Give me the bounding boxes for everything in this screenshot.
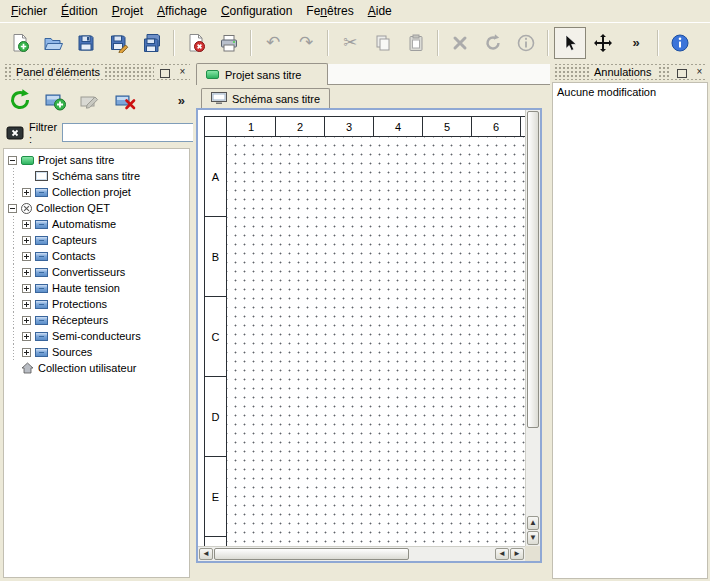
move-mode-button[interactable] bbox=[587, 27, 619, 59]
tree-item[interactable]: Collection projet bbox=[7, 184, 189, 200]
tree-item-label: Collection projet bbox=[48, 186, 131, 198]
tree-item[interactable]: Collection QET bbox=[7, 200, 189, 216]
scroll-right-button[interactable]: ► bbox=[510, 548, 524, 560]
close-panel-button[interactable]: × bbox=[175, 65, 190, 79]
tree-expander[interactable] bbox=[22, 348, 31, 357]
tree-expander[interactable] bbox=[22, 332, 31, 341]
menu-item-3[interactable]: Affichage bbox=[150, 0, 214, 22]
print-button[interactable] bbox=[213, 27, 245, 59]
float-panel-button[interactable] bbox=[675, 65, 690, 79]
drawer-icon bbox=[35, 188, 48, 197]
tree-item-label: Protections bbox=[48, 298, 107, 310]
scroll-down-button[interactable]: ▼ bbox=[527, 531, 539, 545]
elements-toolbar: » bbox=[0, 81, 193, 119]
edit-element-button[interactable] bbox=[75, 85, 105, 115]
new-element-button[interactable] bbox=[40, 85, 70, 115]
menu-item-5[interactable]: Fenêtres bbox=[299, 0, 360, 22]
rotate-icon bbox=[483, 33, 503, 53]
info-button[interactable] bbox=[510, 27, 542, 59]
toolbar-overflow-button[interactable]: » bbox=[620, 27, 652, 59]
delete-button[interactable] bbox=[444, 27, 476, 59]
paste-button[interactable] bbox=[400, 27, 432, 59]
tree-expander[interactable] bbox=[22, 316, 31, 325]
filter-input[interactable] bbox=[62, 123, 210, 142]
horizontal-scrollbar[interactable]: ◄ ◄ ► bbox=[198, 546, 525, 561]
open-file-button[interactable] bbox=[37, 27, 69, 59]
about-button[interactable] bbox=[664, 27, 696, 59]
row-ruler-label: B bbox=[205, 217, 226, 297]
toolbar-separator bbox=[437, 30, 439, 56]
tree-item[interactable]: Protections bbox=[7, 296, 189, 312]
tree-item[interactable]: Convertisseurs bbox=[7, 264, 189, 280]
tree-expander[interactable] bbox=[8, 156, 17, 165]
right-arrow-icon: ► bbox=[513, 550, 521, 558]
column-ruler-label: 5 bbox=[423, 117, 472, 137]
scroll-left-button-end[interactable]: ◄ bbox=[495, 548, 509, 560]
grid-dots[interactable] bbox=[227, 137, 525, 546]
tree-item[interactable]: Capteurs bbox=[7, 232, 189, 248]
tree-expander[interactable] bbox=[22, 188, 31, 197]
select-mode-button[interactable] bbox=[554, 27, 586, 59]
tree-expander[interactable] bbox=[8, 204, 17, 213]
diagram-canvas[interactable]: 123456 ABCDE bbox=[198, 110, 525, 546]
tree-item[interactable]: Récepteurs bbox=[7, 312, 189, 328]
save-as-button[interactable] bbox=[103, 27, 135, 59]
cut-button[interactable]: ✂ bbox=[334, 27, 366, 59]
tree-expander[interactable] bbox=[22, 236, 31, 245]
tree-item-label: Contacts bbox=[48, 250, 95, 262]
menu-item-2[interactable]: Projet bbox=[105, 0, 150, 22]
tree-guide bbox=[7, 168, 21, 184]
hscroll-thumb[interactable] bbox=[214, 548, 409, 560]
delete-element-button[interactable] bbox=[110, 85, 140, 115]
vscroll-track[interactable] bbox=[527, 428, 539, 515]
scroll-left-button[interactable]: ◄ bbox=[199, 548, 213, 560]
rotate-button[interactable] bbox=[477, 27, 509, 59]
tree-item[interactable]: Schéma sans titre bbox=[7, 168, 189, 184]
tree-item[interactable]: Projet sans titre bbox=[7, 152, 189, 168]
reload-collections-button[interactable] bbox=[5, 85, 35, 115]
elements-panel: Panel d'éléments × » bbox=[0, 62, 193, 581]
tree-item[interactable]: Semi-conducteurs bbox=[7, 328, 189, 344]
elements-panel-titlebar[interactable]: Panel d'éléments × bbox=[3, 64, 190, 80]
copy-button[interactable] bbox=[367, 27, 399, 59]
redo-button[interactable]: ↷ bbox=[290, 27, 322, 59]
undo-list[interactable]: Aucune modification bbox=[552, 82, 708, 579]
menu-item-1[interactable]: Édition bbox=[54, 0, 105, 22]
tree-item-label: Projet sans titre bbox=[34, 154, 114, 166]
tree-item[interactable]: Haute tension bbox=[7, 280, 189, 296]
vscroll-thumb[interactable] bbox=[527, 111, 539, 428]
tree-expander[interactable] bbox=[22, 300, 31, 309]
new-file-button[interactable] bbox=[4, 27, 36, 59]
tree-item[interactable]: Collection utilisateur bbox=[7, 360, 189, 376]
float-panel-button[interactable] bbox=[158, 65, 173, 79]
column-ruler-label: 2 bbox=[276, 117, 325, 137]
tree-item[interactable]: Automatisme bbox=[7, 216, 189, 232]
scroll-up-button[interactable]: ▲ bbox=[527, 516, 539, 530]
save-all-button[interactable] bbox=[136, 27, 168, 59]
tree-expander[interactable] bbox=[22, 220, 31, 229]
clear-filter-button[interactable] bbox=[6, 124, 24, 142]
tree-expander[interactable] bbox=[22, 252, 31, 261]
tree-expander[interactable] bbox=[22, 268, 31, 277]
tree-expander[interactable] bbox=[22, 284, 31, 293]
save-button[interactable] bbox=[70, 27, 102, 59]
refresh-icon bbox=[8, 88, 32, 112]
menu-item-4[interactable]: Configuration bbox=[214, 0, 299, 22]
tree-item[interactable]: Sources bbox=[7, 344, 189, 360]
undo-panel-titlebar[interactable]: Annulations × bbox=[553, 64, 707, 80]
tab-schema[interactable]: Schéma sans titre bbox=[201, 88, 330, 108]
elements-toolbar-overflow-button[interactable]: » bbox=[178, 93, 188, 108]
close-file-button[interactable] bbox=[180, 27, 212, 59]
diagram-body: ABCDE bbox=[205, 137, 525, 546]
main-area: Panel d'éléments × » bbox=[0, 62, 710, 581]
vertical-scrollbar[interactable]: ▲ ▼ bbox=[525, 110, 540, 546]
menu-item-0[interactable]: Fichier bbox=[4, 0, 54, 22]
tree-item-label: Collection QET bbox=[32, 202, 110, 214]
tab-project[interactable]: Projet sans titre bbox=[196, 63, 328, 85]
cut-icon: ✂ bbox=[343, 34, 357, 51]
undo-button[interactable]: ↶ bbox=[257, 27, 289, 59]
hscroll-track[interactable] bbox=[409, 548, 494, 560]
tree-item[interactable]: Contacts bbox=[7, 248, 189, 264]
menu-item-6[interactable]: Aide bbox=[361, 0, 399, 22]
close-panel-button[interactable]: × bbox=[692, 65, 707, 79]
